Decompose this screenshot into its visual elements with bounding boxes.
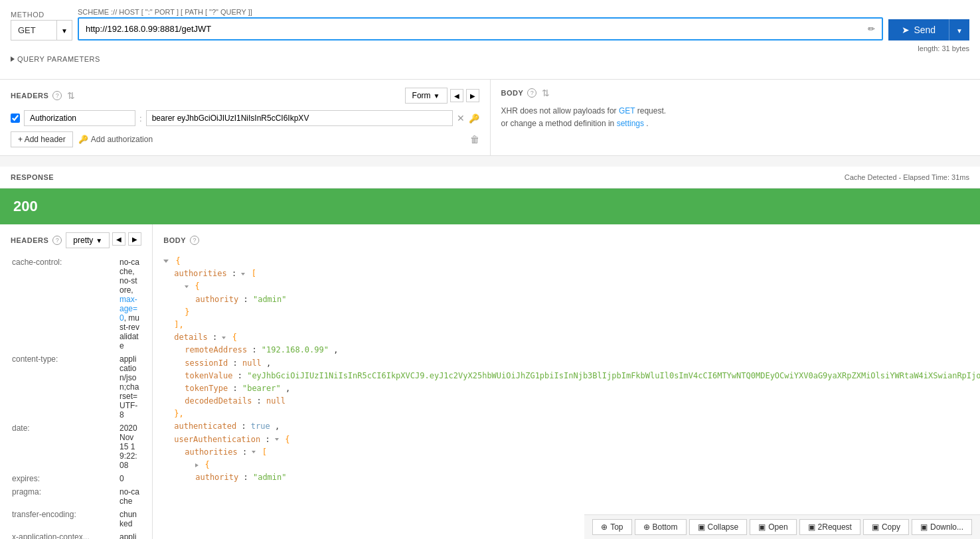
request2-label: 2Request bbox=[818, 522, 852, 532]
collapse-arrow-authorities[interactable] bbox=[241, 273, 245, 275]
method-dropdown-button[interactable]: ▼ bbox=[57, 20, 72, 40]
headers-title: HEADERS bbox=[11, 92, 48, 100]
add-header-label: + Add header bbox=[18, 135, 66, 144]
response-header-name: transfer-encoding: bbox=[12, 508, 118, 530]
headers-panel-header: HEADERS ? ⇅ Form ▼ ◀ ▶ bbox=[11, 88, 479, 104]
response-header-value: application:8881 bbox=[120, 531, 140, 539]
open-button[interactable]: ▣ Open bbox=[750, 519, 796, 535]
body-help-icon[interactable]: ? bbox=[527, 88, 536, 98]
form-button[interactable]: Form ▼ bbox=[405, 88, 448, 104]
collapse-arrow-auth-obj[interactable] bbox=[185, 285, 189, 288]
body-sort-icon[interactable]: ⇅ bbox=[542, 88, 550, 98]
json-line: { bbox=[163, 255, 980, 268]
body-note: XHR does not allow payloads for GET requ… bbox=[501, 105, 970, 130]
request-body-panel: BODY ? ⇅ XHR does not allow payloads for… bbox=[491, 80, 981, 155]
header-checkbox-authorization[interactable] bbox=[11, 114, 20, 123]
response-header-row: x-application-contex...application:8881 bbox=[12, 531, 140, 539]
collapse-arrow-details[interactable] bbox=[222, 337, 226, 339]
scheme-label: SCHEME :// HOST [ ":" PORT ] [ PATH [ "?… bbox=[78, 8, 883, 16]
collapse-button[interactable]: ▣ Collapse bbox=[689, 519, 748, 535]
request-headers-panel: HEADERS ? ⇅ Form ▼ ◀ ▶ : ✕ bbox=[0, 80, 491, 155]
response-headers-panel-header: HEADERS ? pretty ▼ ◀ ▶ bbox=[11, 232, 141, 248]
response-header-name: date: bbox=[12, 422, 118, 471]
query-params-label: QUERY PARAMETERS bbox=[17, 55, 100, 63]
send-button[interactable]: ➤ Send bbox=[888, 19, 949, 40]
request2-button[interactable]: ▣ 2Request bbox=[799, 519, 860, 535]
response-header-value: 0 bbox=[120, 473, 140, 485]
url-input[interactable] bbox=[79, 19, 861, 39]
header-remove-button[interactable]: ✕ bbox=[457, 113, 465, 123]
copy-icon: ▣ bbox=[872, 522, 879, 532]
add-header-button[interactable]: + Add header bbox=[11, 131, 73, 147]
response-header-value: chunked bbox=[120, 508, 140, 530]
collapse-arrow-userauth[interactable] bbox=[275, 438, 279, 441]
url-edit-button[interactable]: ✏ bbox=[861, 20, 882, 38]
body-method-link[interactable]: GET bbox=[619, 106, 635, 116]
bottom-icon: ⊕ bbox=[643, 522, 650, 532]
collapse-arrow-root[interactable] bbox=[163, 260, 169, 263]
json-line: decodedDetails : null bbox=[163, 395, 980, 408]
json-line: authority : "admin" bbox=[163, 293, 980, 306]
headers-collapse-left[interactable]: ◀ bbox=[450, 89, 463, 102]
send-icon: ➤ bbox=[902, 25, 910, 35]
headers-sort-icon[interactable]: ⇅ bbox=[67, 90, 75, 101]
response-content: HEADERS ? pretty ▼ ◀ ▶ cache-control:no-… bbox=[0, 224, 980, 539]
method-group: METHOD GET ▼ bbox=[11, 11, 72, 40]
response-title: RESPONSE bbox=[11, 173, 54, 181]
add-authorization-button[interactable]: 🔑 Add authorization bbox=[73, 132, 158, 147]
top-label: Top bbox=[610, 522, 623, 532]
response-header-row: transfer-encoding:chunked bbox=[12, 508, 140, 530]
response-header-value: no-cache bbox=[120, 486, 140, 507]
header-lock-button[interactable]: 🔑 bbox=[469, 114, 479, 123]
response-headers-table: cache-control:no-cache, no-store, max-ag… bbox=[11, 255, 141, 539]
response-headers-help-icon[interactable]: ? bbox=[52, 236, 62, 245]
response-headers-collapse-left[interactable]: ◀ bbox=[112, 232, 125, 246]
top-button[interactable]: ⊕ Top bbox=[592, 519, 631, 535]
json-line: ], bbox=[163, 319, 980, 331]
collapse-arrow-userauth-obj[interactable] bbox=[195, 463, 199, 467]
json-line: } bbox=[163, 306, 980, 319]
url-group: SCHEME :// HOST [ ":" PORT ] [ PATH [ "?… bbox=[78, 8, 883, 40]
json-line: remoteAddress : "192.168.0.99" , bbox=[163, 344, 980, 356]
request2-icon: ▣ bbox=[808, 522, 815, 532]
response-header-name: expires: bbox=[12, 473, 118, 485]
response-header: RESPONSE Cache Detected - Elapsed Time: … bbox=[0, 167, 980, 189]
response-body-panel-header: BODY ? pretty ▼ bbox=[163, 232, 980, 248]
copy-button[interactable]: ▣ Copy bbox=[863, 519, 909, 535]
send-dropdown-button[interactable]: ▼ bbox=[949, 19, 969, 40]
method-select[interactable]: GET bbox=[11, 20, 57, 40]
download-button[interactable]: ▣ Downlo... bbox=[912, 519, 972, 535]
response-header-row: date:2020 Nov 15 19:22:08 bbox=[12, 422, 140, 471]
headers-help-icon[interactable]: ? bbox=[52, 91, 62, 100]
response-header-row: cache-control:no-cache, no-store, max-ag… bbox=[12, 256, 140, 352]
body-settings-link[interactable]: settings bbox=[617, 119, 644, 128]
response-header-value: application/json;charset=UTF-8 bbox=[120, 353, 140, 421]
top-icon: ⊕ bbox=[601, 522, 608, 532]
json-line: authority : "admin" bbox=[163, 471, 980, 484]
body-note-line2-prefix: or change a method definition in bbox=[501, 119, 617, 128]
add-auth-label: Add authorization bbox=[91, 135, 153, 144]
response-body-help-icon[interactable]: ? bbox=[190, 236, 199, 245]
response-headers-panel: HEADERS ? pretty ▼ ◀ ▶ cache-control:no-… bbox=[0, 224, 153, 539]
body-panel-header: BODY ? ⇅ bbox=[501, 88, 970, 98]
response-header-name: cache-control: bbox=[12, 256, 118, 352]
bottom-label: Bottom bbox=[653, 522, 678, 532]
response-headers-expand-right[interactable]: ▶ bbox=[128, 232, 141, 246]
response-pretty-label: pretty bbox=[73, 236, 93, 245]
header-value-authorization[interactable] bbox=[146, 110, 453, 126]
json-line: details : { bbox=[163, 331, 980, 344]
delete-all-headers-button[interactable]: 🗑 bbox=[470, 134, 479, 145]
send-button-group: ➤ Send ▼ bbox=[888, 19, 969, 40]
headers-actions: + Add header 🔑 Add authorization 🗑 bbox=[11, 131, 479, 147]
json-line: }, bbox=[163, 408, 980, 420]
download-icon: ▣ bbox=[920, 522, 928, 532]
bottom-button[interactable]: ⊕ Bottom bbox=[635, 519, 687, 535]
collapse-arrow-userauth-authorities[interactable] bbox=[252, 451, 256, 453]
response-headers-title: HEADERS bbox=[11, 236, 48, 244]
header-name-authorization[interactable] bbox=[24, 110, 135, 126]
download-label: Downlo... bbox=[930, 522, 963, 532]
headers-expand-right[interactable]: ▶ bbox=[466, 89, 479, 102]
response-section: RESPONSE Cache Detected - Elapsed Time: … bbox=[0, 167, 980, 539]
response-pretty-button[interactable]: pretty ▼ bbox=[66, 232, 110, 248]
query-params-toggle[interactable]: QUERY PARAMETERS bbox=[11, 55, 969, 63]
